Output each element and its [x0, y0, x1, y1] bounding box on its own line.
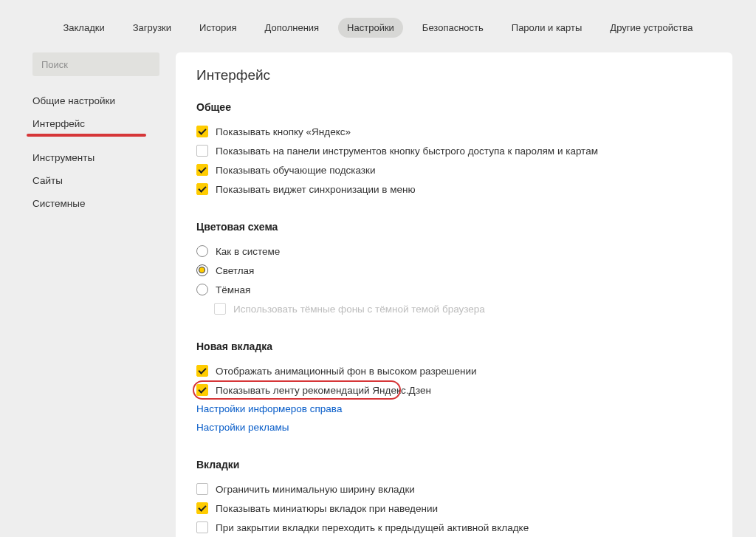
- nav-security[interactable]: Безопасность: [413, 18, 492, 38]
- setting-label: Использовать тёмные фоны с тёмной темой …: [233, 304, 485, 315]
- setting-label: Показывать обучающие подсказки: [216, 165, 375, 176]
- setting-label: Как в системе: [216, 246, 280, 257]
- section-new-tab: Новая вкладка Отображать анимационный фо…: [196, 341, 712, 437]
- radio-icon: [196, 284, 208, 295]
- checkbox-icon: [196, 164, 208, 176]
- section-new-tab-heading: Новая вкладка: [196, 341, 712, 352]
- checkbox-icon: [214, 303, 226, 315]
- section-color-scheme: Цветовая схема Как в системе Светлая Тём…: [196, 221, 712, 318]
- setting-show-password-button[interactable]: Показывать на панели инструментов кнопку…: [196, 141, 712, 160]
- radio-color-system[interactable]: Как в системе: [196, 242, 712, 261]
- radio-color-dark[interactable]: Тёмная: [196, 280, 712, 299]
- link-informer-settings[interactable]: Настройки информеров справа: [196, 400, 712, 418]
- nav-addons[interactable]: Дополнения: [255, 18, 328, 38]
- section-general: Общее Показывать кнопку «Яндекс» Показыв…: [196, 101, 712, 199]
- checkbox-icon: [196, 521, 208, 533]
- setting-label: Светлая: [216, 265, 254, 276]
- setting-hd-background[interactable]: Отображать анимационный фон в высоком ра…: [196, 361, 712, 380]
- nav-downloads[interactable]: Загрузки: [124, 18, 180, 38]
- setting-show-sync-widget[interactable]: Показывать виджет синхронизации в меню: [196, 179, 712, 199]
- top-nav: Закладки Загрузки История Дополнения Нас…: [0, 0, 756, 52]
- page-title: Интерфейс: [196, 67, 712, 83]
- setting-limit-tab-width[interactable]: Ограничить минимальную ширину вкладки: [196, 479, 712, 499]
- nav-settings[interactable]: Настройки: [338, 18, 403, 38]
- checkbox-icon: [196, 365, 208, 377]
- checkbox-icon: [196, 502, 208, 514]
- radio-color-light[interactable]: Светлая: [196, 261, 712, 280]
- sidebar: Общие настройки Интерфейс Инструменты Са…: [32, 52, 159, 537]
- section-color-scheme-heading: Цветовая схема: [196, 221, 712, 233]
- nav-other-devices[interactable]: Другие устройства: [601, 18, 701, 38]
- setting-label: Показывать кнопку «Яндекс»: [216, 126, 351, 137]
- setting-show-zen[interactable]: Показывать ленту рекомендаций Яндекс.Дзе…: [196, 380, 712, 400]
- checkbox-icon: [196, 384, 208, 396]
- section-tabs-heading: Вкладки: [196, 459, 712, 471]
- nav-history[interactable]: История: [190, 18, 245, 38]
- setting-label: Отображать анимационный фон в высоком ра…: [216, 366, 477, 377]
- checkbox-icon: [196, 126, 208, 137]
- sidebar-item-sites[interactable]: Сайты: [32, 169, 159, 192]
- setting-tab-thumbnails[interactable]: Показывать миниатюры вкладок при наведен…: [196, 499, 712, 518]
- radio-icon: [196, 245, 208, 257]
- setting-show-yandex-button[interactable]: Показывать кнопку «Яндекс»: [196, 122, 712, 141]
- search-input[interactable]: [32, 52, 159, 76]
- checkbox-icon: [196, 145, 208, 157]
- nav-passwords[interactable]: Пароли и карты: [503, 18, 591, 38]
- setting-show-tips[interactable]: Показывать обучающие подсказки: [196, 160, 712, 179]
- setting-use-dark-backgrounds: Использовать тёмные фоны с тёмной темой …: [196, 299, 712, 318]
- link-ads-settings[interactable]: Настройки рекламы: [196, 418, 712, 437]
- setting-label: Показывать виджет синхронизации в меню: [216, 184, 416, 195]
- nav-bookmarks[interactable]: Закладки: [54, 18, 113, 38]
- content-panel: Интерфейс Общее Показывать кнопку «Яндек…: [176, 52, 732, 537]
- sidebar-item-general[interactable]: Общие настройки: [32, 89, 159, 112]
- checkbox-icon: [196, 483, 208, 495]
- setting-label: Показывать миниатюры вкладок при наведен…: [216, 503, 438, 514]
- checkbox-icon: [196, 183, 208, 195]
- setting-label: Ограничить минимальную ширину вкладки: [216, 484, 415, 495]
- sidebar-item-tools[interactable]: Инструменты: [32, 146, 159, 169]
- setting-prev-active-tab[interactable]: При закрытии вкладки переходить к предыд…: [196, 518, 712, 537]
- sidebar-item-interface[interactable]: Интерфейс: [32, 112, 159, 146]
- setting-label: Тёмная: [216, 284, 250, 295]
- highlight-ring: [27, 134, 146, 137]
- sidebar-item-system[interactable]: Системные: [32, 192, 159, 215]
- radio-icon: [196, 264, 208, 276]
- section-tabs: Вкладки Ограничить минимальную ширину вк…: [196, 459, 712, 537]
- setting-label: Показывать на панели инструментов кнопку…: [216, 146, 598, 157]
- setting-label: При закрытии вкладки переходить к предыд…: [216, 522, 529, 533]
- section-general-heading: Общее: [196, 101, 712, 113]
- setting-label: Показывать ленту рекомендаций Яндекс.Дзе…: [216, 385, 431, 396]
